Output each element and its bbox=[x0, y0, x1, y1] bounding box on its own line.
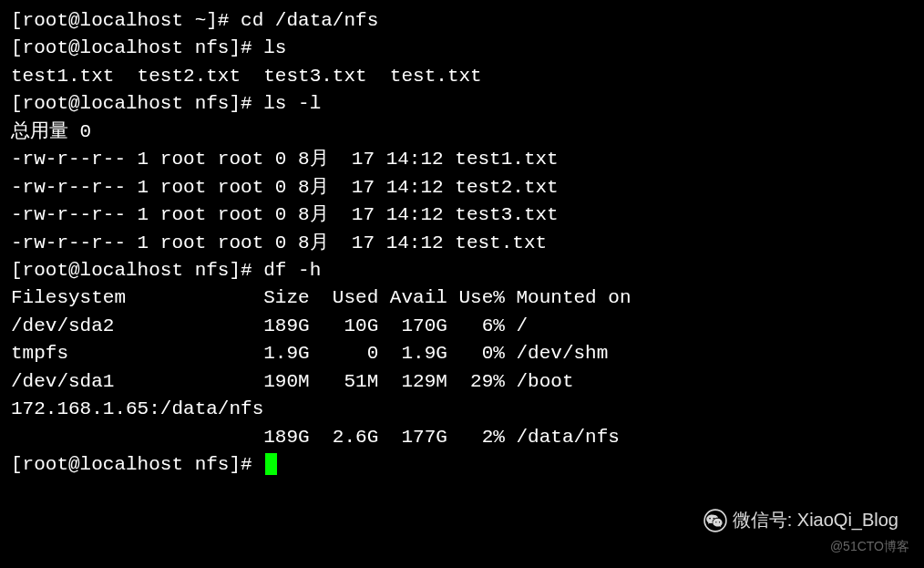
terminal-line: [root@localhost ~]# cd /data/nfs bbox=[11, 7, 913, 35]
terminal-line: Filesystem Size Used Avail Use% Mounted … bbox=[11, 284, 913, 312]
terminal-line: -rw-r--r-- 1 root root 0 8月 17 14:12 tes… bbox=[11, 230, 913, 257]
wechat-label: 微信号: XiaoQi_Blog bbox=[733, 507, 898, 533]
terminal-line: 总用量 0 bbox=[11, 119, 913, 146]
terminal-line: -rw-r--r-- 1 root root 0 8月 17 14:12 tes… bbox=[11, 146, 913, 173]
terminal-line: 189G 2.6G 177G 2% /data/nfs bbox=[11, 424, 913, 451]
shell-prompt: [root@localhost nfs]# bbox=[11, 260, 263, 281]
terminal-line: /dev/sda1 190M 51M 129M 29% /boot bbox=[11, 368, 913, 396]
wechat-watermark: 微信号: XiaoQi_Blog bbox=[703, 507, 898, 533]
terminal-line: [root@localhost nfs]# df -h bbox=[11, 257, 913, 284]
terminal-line: [root@localhost nfs]# ls -l bbox=[11, 90, 913, 118]
terminal-line: -rw-r--r-- 1 root root 0 8月 17 14:12 tes… bbox=[11, 174, 913, 201]
terminal-line: [root@localhost nfs]# ls bbox=[11, 35, 913, 62]
shell-command: ls bbox=[263, 37, 286, 58]
terminal-line: [root@localhost nfs]# bbox=[11, 451, 913, 479]
terminal-line: tmpfs 1.9G 0 1.9G 0% /dev/shm bbox=[11, 340, 913, 367]
terminal-line: 172.168.1.65:/data/nfs bbox=[11, 396, 913, 423]
shell-command: cd /data/nfs bbox=[241, 10, 378, 31]
shell-prompt: [root@localhost nfs]# bbox=[11, 93, 263, 114]
shell-command: ls -l bbox=[263, 93, 321, 114]
wechat-icon bbox=[703, 509, 727, 532]
cursor bbox=[265, 453, 277, 475]
shell-prompt: [root@localhost ~]# bbox=[11, 10, 241, 31]
terminal-line: -rw-r--r-- 1 root root 0 8月 17 14:12 tes… bbox=[11, 201, 913, 229]
cto-watermark: @51CTO博客 bbox=[830, 537, 909, 555]
shell-prompt: [root@localhost nfs]# bbox=[11, 37, 263, 58]
shell-prompt: [root@localhost nfs]# bbox=[11, 454, 263, 475]
terminal-line: test1.txt test2.txt test3.txt test.txt bbox=[11, 63, 913, 90]
terminal-line: /dev/sda2 189G 10G 170G 6% / bbox=[11, 313, 913, 340]
shell-command: df -h bbox=[263, 260, 321, 281]
terminal-output[interactable]: [root@localhost ~]# cd /data/nfs[root@lo… bbox=[11, 7, 913, 479]
